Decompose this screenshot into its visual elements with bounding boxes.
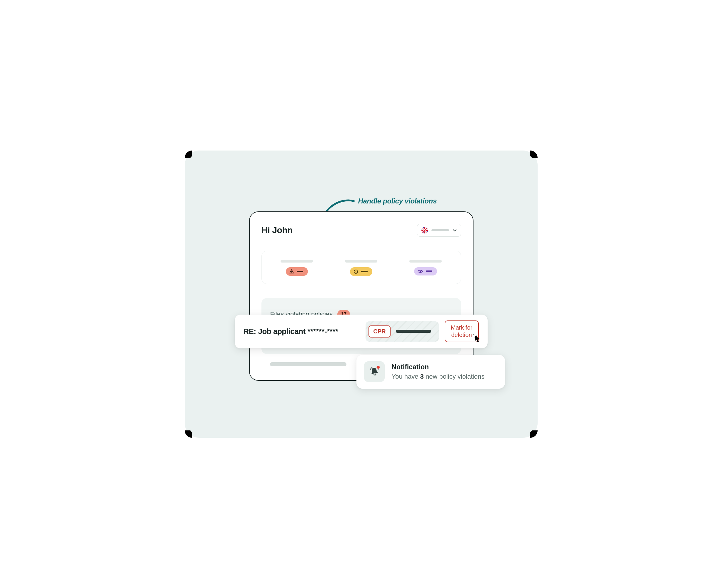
notification-card[interactable]: Notification You have 3 new policy viola… (356, 355, 505, 388)
corner-notch (185, 430, 192, 438)
stage: Handle policy violations Hi John (185, 150, 538, 438)
mark-for-deletion-button[interactable]: Mark for deletion (445, 320, 479, 342)
data-tag: CPR (369, 326, 390, 337)
alert-triangle-icon (289, 269, 294, 274)
stat-pending[interactable] (329, 260, 393, 276)
svg-point-12 (420, 271, 421, 272)
stats-row (262, 251, 461, 284)
stat-placeholder (345, 260, 377, 262)
notification-title: Notification (392, 363, 485, 371)
notification-message: You have 3 new policy violations (392, 373, 485, 380)
language-placeholder (431, 229, 449, 231)
window-header: Hi John (262, 224, 461, 237)
redacted-value (396, 330, 431, 333)
stat-placeholder (409, 260, 442, 262)
violation-file-row[interactable]: RE: Job applicant ******-**** CPR Mark f… (235, 315, 488, 349)
annotation-label: Handle policy violations (358, 197, 437, 205)
list-row-placeholder (270, 362, 347, 366)
eye-icon (418, 269, 423, 273)
stat-value-placeholder (426, 271, 432, 272)
stat-value-placeholder (297, 271, 303, 272)
uk-flag-icon (421, 227, 428, 233)
stat-alert[interactable] (265, 260, 329, 276)
stat-pill (350, 267, 372, 276)
stat-reviewed[interactable] (393, 260, 458, 276)
svg-point-10 (291, 272, 292, 273)
stat-value-placeholder (361, 271, 368, 272)
clock-icon (353, 269, 358, 274)
redacted-field-group: CPR (366, 321, 438, 342)
notification-icon-box (364, 361, 385, 382)
stat-pill (414, 267, 437, 275)
corner-notch (185, 150, 192, 158)
notification-text: Notification You have 3 new policy viola… (392, 363, 485, 380)
stat-pill (286, 267, 308, 276)
corner-notch (530, 430, 538, 438)
chevron-down-icon (453, 228, 457, 232)
notification-dot-icon (376, 365, 380, 369)
language-selector[interactable] (417, 224, 461, 237)
corner-notch (530, 150, 538, 158)
greeting-text: Hi John (262, 225, 293, 235)
file-title: RE: Job applicant ******-**** (244, 327, 360, 336)
stat-placeholder (281, 260, 313, 262)
